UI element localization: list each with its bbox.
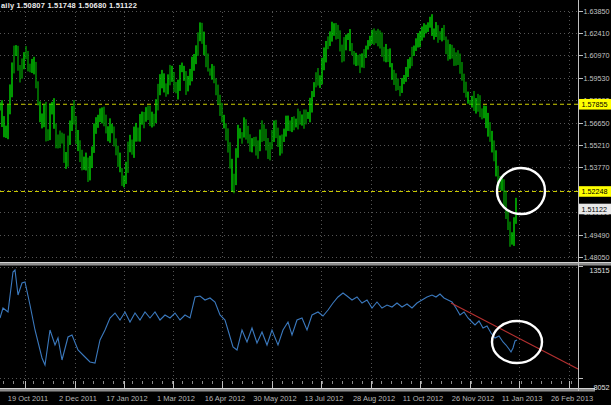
candle-bar	[239, 128, 240, 138]
candle-bar	[287, 116, 288, 131]
candle-bar	[103, 107, 104, 127]
level-price-tag-text: 1.52248	[582, 187, 608, 196]
candle-bar	[295, 119, 296, 128]
candle-bar	[37, 81, 38, 105]
candle-bar	[333, 23, 334, 36]
price-axis-label: 1.56650	[584, 119, 610, 128]
candle-bar	[13, 46, 14, 74]
price-axis-label: 1.60970	[584, 51, 610, 60]
candle-bar	[217, 85, 218, 105]
candle-bar	[111, 124, 112, 133]
candle-bar	[93, 123, 94, 152]
candle-bar	[339, 30, 340, 51]
candle-bar	[423, 23, 424, 37]
candle-bar	[231, 159, 232, 192]
candle-bar	[169, 65, 170, 85]
price-axis-label: 1.53770	[584, 163, 610, 172]
price-tags: 1.578551.522481.51122	[579, 99, 611, 214]
candle-bar	[387, 49, 388, 62]
candle-bar	[365, 46, 366, 58]
candle-bar	[29, 64, 30, 73]
candle-bar	[21, 58, 22, 78]
candle-bar	[305, 110, 306, 125]
candle-bar	[185, 71, 186, 95]
candle-bar	[471, 96, 472, 108]
candle-bar	[47, 129, 48, 141]
candle-bar	[405, 67, 406, 82]
date-axis-label: 11 Oct 2012	[403, 394, 443, 403]
date-axis-label: 2 Dec 2011	[59, 394, 97, 403]
candle-bar	[89, 156, 90, 181]
candle-bar	[417, 33, 418, 48]
candle-bar	[39, 101, 40, 122]
candle-bar	[213, 66, 214, 83]
candle-bar	[145, 107, 146, 122]
candle-bar	[361, 53, 362, 67]
current-price-tag-text: 1.51122	[582, 205, 607, 214]
candle-bar	[1, 100, 2, 127]
candle-bar	[171, 66, 172, 82]
candle-bar	[147, 105, 148, 120]
candle-bar	[43, 104, 44, 127]
candle-bar	[283, 129, 284, 142]
candle-bar	[309, 98, 310, 123]
candle-bar	[95, 117, 96, 134]
indicator-panel-series	[0, 270, 578, 369]
candle-bar	[243, 117, 244, 137]
candle-bar	[277, 128, 278, 147]
price-axis-label: 1.48050	[584, 253, 610, 262]
candle-bar	[143, 112, 144, 128]
candle-bar	[215, 78, 216, 95]
candle-bar	[437, 25, 438, 43]
candle-bar	[301, 114, 302, 125]
candle-bar	[325, 41, 326, 62]
candle-bar	[107, 126, 108, 141]
candle-bar	[433, 28, 434, 39]
candle-bar	[221, 103, 222, 123]
candle-bar	[315, 72, 316, 87]
chart-canvas[interactable]: 1.638501.624101.609701.595301.580901.566…	[0, 0, 611, 405]
date-axis-label: 16 Apr 2012	[205, 394, 245, 403]
candle-bar	[75, 116, 76, 144]
candle-bar	[163, 73, 164, 92]
candle-bar	[247, 126, 248, 144]
candle-bar	[7, 104, 8, 139]
candle-bar	[255, 137, 256, 156]
candle-bar	[397, 78, 398, 90]
candle-bar	[407, 59, 408, 77]
date-axis-label: 19 Oct 2011	[8, 394, 48, 403]
candle-bar	[45, 102, 46, 142]
candle-bar	[263, 124, 264, 141]
price-axis-label: 1.63850	[584, 7, 610, 16]
candle-bar	[149, 106, 150, 126]
candle-bar	[49, 104, 50, 141]
date-axis-label: 28 Aug 2012	[353, 394, 395, 403]
candle-bar	[115, 138, 116, 155]
candle-bar	[469, 100, 470, 105]
candle-bar	[245, 119, 246, 139]
candle-bar	[91, 146, 92, 168]
candle-bar	[195, 45, 196, 64]
date-axis-label: 11 Jan 2013	[502, 394, 543, 403]
candle-bar	[467, 92, 468, 104]
candle-bar	[137, 128, 138, 142]
candle-bar	[161, 70, 162, 88]
candle-bar	[415, 38, 416, 51]
separator-highlight	[0, 262, 611, 263]
candle-bar	[515, 198, 516, 224]
candle-bar	[131, 140, 132, 155]
candle-bar	[487, 113, 488, 137]
candle-bar	[253, 137, 254, 146]
candle-bar	[349, 29, 350, 51]
ruler-body	[0, 389, 595, 391]
candle-bar	[0, 102, 1, 110]
candle-bar	[495, 150, 496, 176]
candle-bar	[297, 109, 298, 130]
candle-bar	[377, 29, 378, 46]
candle-bar	[367, 40, 368, 49]
candle-bar	[385, 44, 386, 62]
candle-bar	[183, 66, 184, 81]
candle-bar	[65, 152, 66, 169]
candle-bar	[395, 73, 396, 91]
candle-bar	[481, 108, 482, 119]
